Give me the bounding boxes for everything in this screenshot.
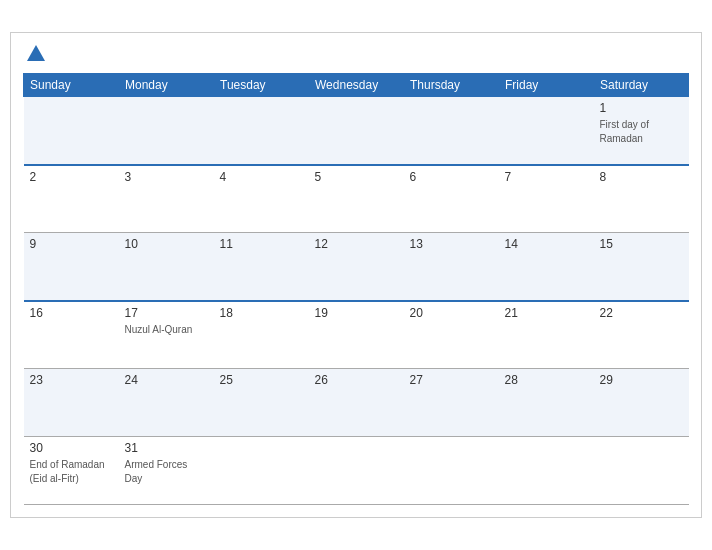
day-number: 10	[125, 237, 208, 251]
calendar-cell: 9	[24, 233, 119, 301]
calendar-header	[23, 43, 689, 65]
calendar-cell: 4	[214, 165, 309, 233]
day-number: 1	[600, 101, 683, 115]
event-text: First day of Ramadan	[600, 119, 649, 144]
calendar-grid: SundayMondayTuesdayWednesdayThursdayFrid…	[23, 73, 689, 505]
calendar-cell: 21	[499, 301, 594, 369]
weekday-header-monday: Monday	[119, 74, 214, 97]
calendar-cell: 24	[119, 369, 214, 437]
day-number: 26	[315, 373, 398, 387]
calendar-cell: 2	[24, 165, 119, 233]
calendar-cell: 30End of Ramadan (Eid al-Fitr)	[24, 437, 119, 505]
day-number: 20	[410, 306, 493, 320]
calendar-cell	[119, 97, 214, 165]
calendar-cell: 10	[119, 233, 214, 301]
calendar-cell: 19	[309, 301, 404, 369]
calendar-cell: 26	[309, 369, 404, 437]
day-number: 17	[125, 306, 208, 320]
calendar-cell: 17Nuzul Al-Quran	[119, 301, 214, 369]
day-number: 16	[30, 306, 113, 320]
calendar-cell: 11	[214, 233, 309, 301]
calendar-cell: 8	[594, 165, 689, 233]
day-number: 4	[220, 170, 303, 184]
calendar-cell: 27	[404, 369, 499, 437]
weekday-header-sunday: Sunday	[24, 74, 119, 97]
calendar-cell	[214, 437, 309, 505]
calendar-cell	[404, 97, 499, 165]
day-number: 13	[410, 237, 493, 251]
calendar-cell: 1First day of Ramadan	[594, 97, 689, 165]
day-number: 9	[30, 237, 113, 251]
calendar-cell: 31Armed Forces Day	[119, 437, 214, 505]
calendar-cell: 13	[404, 233, 499, 301]
day-number: 31	[125, 441, 208, 455]
calendar-cell	[594, 437, 689, 505]
day-number: 24	[125, 373, 208, 387]
calendar-cell: 3	[119, 165, 214, 233]
calendar-cell	[499, 437, 594, 505]
calendar-cell: 25	[214, 369, 309, 437]
calendar-cell: 22	[594, 301, 689, 369]
svg-marker-0	[27, 45, 45, 61]
day-number: 27	[410, 373, 493, 387]
day-number: 15	[600, 237, 683, 251]
day-number: 23	[30, 373, 113, 387]
calendar-row-3: 9101112131415	[24, 233, 689, 301]
calendar-cell: 15	[594, 233, 689, 301]
calendar-container: SundayMondayTuesdayWednesdayThursdayFrid…	[10, 32, 702, 518]
event-text: Armed Forces Day	[125, 459, 188, 484]
day-number: 7	[505, 170, 588, 184]
weekday-header-friday: Friday	[499, 74, 594, 97]
day-number: 6	[410, 170, 493, 184]
calendar-row-4: 1617Nuzul Al-Quran1819202122	[24, 301, 689, 369]
calendar-cell: 16	[24, 301, 119, 369]
weekday-header-tuesday: Tuesday	[214, 74, 309, 97]
weekday-header-row: SundayMondayTuesdayWednesdayThursdayFrid…	[24, 74, 689, 97]
calendar-cell	[499, 97, 594, 165]
day-number: 19	[315, 306, 398, 320]
calendar-row-5: 23242526272829	[24, 369, 689, 437]
calendar-cell: 23	[24, 369, 119, 437]
day-number: 29	[600, 373, 683, 387]
day-number: 14	[505, 237, 588, 251]
logo	[23, 43, 47, 65]
calendar-cell: 7	[499, 165, 594, 233]
event-text: End of Ramadan (Eid al-Fitr)	[30, 459, 105, 484]
calendar-cell: 14	[499, 233, 594, 301]
day-number: 11	[220, 237, 303, 251]
day-number: 28	[505, 373, 588, 387]
logo-icon	[25, 43, 47, 65]
calendar-cell	[309, 437, 404, 505]
calendar-cell	[24, 97, 119, 165]
event-text: Nuzul Al-Quran	[125, 324, 193, 335]
calendar-cell: 5	[309, 165, 404, 233]
day-number: 12	[315, 237, 398, 251]
calendar-row-1: 1First day of Ramadan	[24, 97, 689, 165]
day-number: 3	[125, 170, 208, 184]
day-number: 2	[30, 170, 113, 184]
calendar-cell	[214, 97, 309, 165]
day-number: 18	[220, 306, 303, 320]
day-number: 8	[600, 170, 683, 184]
day-number: 5	[315, 170, 398, 184]
weekday-header-thursday: Thursday	[404, 74, 499, 97]
day-number: 25	[220, 373, 303, 387]
calendar-cell	[309, 97, 404, 165]
calendar-cell: 28	[499, 369, 594, 437]
calendar-cell: 18	[214, 301, 309, 369]
calendar-cell: 20	[404, 301, 499, 369]
weekday-header-wednesday: Wednesday	[309, 74, 404, 97]
calendar-cell: 12	[309, 233, 404, 301]
calendar-cell	[404, 437, 499, 505]
calendar-row-6: 30End of Ramadan (Eid al-Fitr)31Armed Fo…	[24, 437, 689, 505]
day-number: 22	[600, 306, 683, 320]
day-number: 30	[30, 441, 113, 455]
weekday-header-saturday: Saturday	[594, 74, 689, 97]
calendar-row-2: 2345678	[24, 165, 689, 233]
calendar-cell: 29	[594, 369, 689, 437]
day-number: 21	[505, 306, 588, 320]
calendar-cell: 6	[404, 165, 499, 233]
